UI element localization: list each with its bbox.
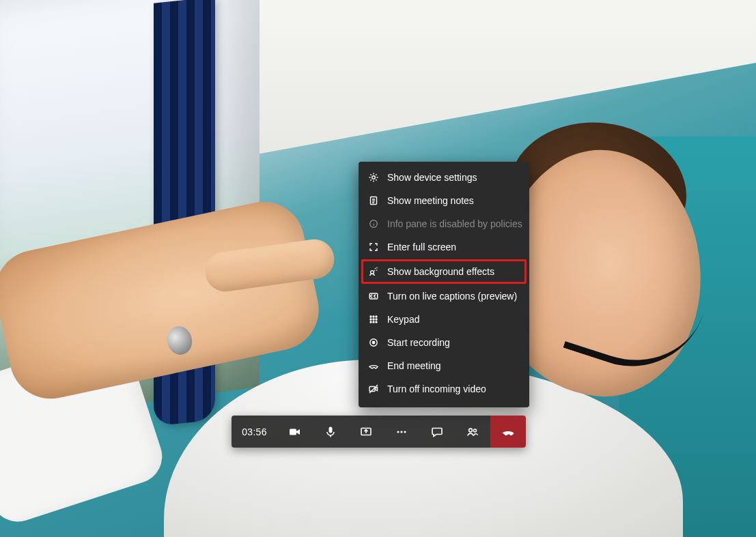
- svg-point-23: [469, 429, 473, 432]
- hang-up-icon: [501, 424, 516, 439]
- menu-item-enter-full-screen[interactable]: Enter full screen: [359, 235, 529, 259]
- svg-point-20: [397, 431, 399, 433]
- menu-label: Show background effects: [387, 266, 494, 277]
- menu-item-device-settings[interactable]: Show device settings: [359, 166, 529, 189]
- mic-button[interactable]: [313, 416, 348, 448]
- chat-icon: [430, 425, 444, 439]
- info-icon: [368, 218, 379, 229]
- svg-point-9: [373, 319, 374, 320]
- keypad-icon: [368, 314, 379, 325]
- menu-item-live-captions[interactable]: Turn on live captions (preview): [359, 285, 529, 308]
- share-screen-icon: [359, 425, 373, 439]
- notes-icon: [368, 195, 379, 206]
- menu-label: Show device settings: [387, 172, 477, 183]
- video-off-icon: [368, 383, 379, 394]
- svg-point-0: [372, 176, 376, 179]
- record-icon: [368, 337, 379, 348]
- more-icon: [395, 425, 408, 439]
- menu-item-background-effects[interactable]: Show background effects: [359, 259, 529, 285]
- menu-label: Turn on live captions (preview): [387, 291, 517, 302]
- background-effects-icon: [368, 266, 379, 277]
- more-actions-menu: Show device settings Show meeting notes …: [359, 162, 529, 407]
- fullscreen-icon: [368, 242, 379, 252]
- menu-label: Start recording: [387, 337, 450, 348]
- svg-point-13: [376, 321, 377, 323]
- camera-icon: [288, 425, 302, 439]
- svg-rect-18: [329, 426, 333, 433]
- hang-up-button[interactable]: [490, 416, 526, 448]
- menu-label: Info pane is disabled by policies: [387, 218, 522, 229]
- call-toolbar: 03:56: [232, 416, 526, 448]
- camera-button[interactable]: [277, 416, 313, 448]
- menu-label: Show meeting notes: [387, 195, 474, 206]
- menu-label: Turn off incoming video: [387, 383, 486, 394]
- participants-button[interactable]: [455, 416, 490, 448]
- menu-item-end-meeting[interactable]: End meeting: [359, 354, 529, 377]
- svg-point-7: [376, 316, 377, 317]
- more-actions-button[interactable]: [384, 416, 419, 448]
- svg-point-10: [376, 319, 377, 320]
- svg-point-8: [370, 319, 372, 320]
- svg-point-21: [400, 431, 402, 433]
- svg-point-5: [370, 316, 372, 317]
- chat-button[interactable]: [419, 416, 455, 448]
- call-duration: 03:56: [232, 416, 277, 448]
- menu-item-turn-off-incoming-video[interactable]: Turn off incoming video: [359, 377, 529, 401]
- menu-label: End meeting: [387, 360, 441, 371]
- svg-rect-17: [290, 429, 296, 435]
- menu-item-keypad[interactable]: Keypad: [359, 308, 529, 331]
- svg-point-15: [372, 341, 376, 345]
- people-icon: [466, 425, 479, 439]
- svg-point-11: [370, 321, 372, 323]
- menu-item-info-pane-disabled: Info pane is disabled by policies: [359, 212, 529, 235]
- svg-point-22: [404, 431, 406, 433]
- captions-icon: [368, 291, 379, 302]
- share-button[interactable]: [348, 416, 384, 448]
- menu-item-start-recording[interactable]: Start recording: [359, 331, 529, 354]
- menu-label: Keypad: [387, 314, 419, 325]
- mic-icon: [324, 425, 337, 439]
- svg-point-6: [373, 316, 374, 317]
- svg-point-12: [373, 321, 374, 323]
- svg-point-24: [474, 429, 477, 432]
- gear-icon: [368, 172, 379, 183]
- video-call-view: Show device settings Show meeting notes …: [0, 0, 756, 537]
- menu-label: Enter full screen: [387, 242, 456, 252]
- end-call-icon: [368, 360, 379, 371]
- menu-item-meeting-notes[interactable]: Show meeting notes: [359, 189, 529, 212]
